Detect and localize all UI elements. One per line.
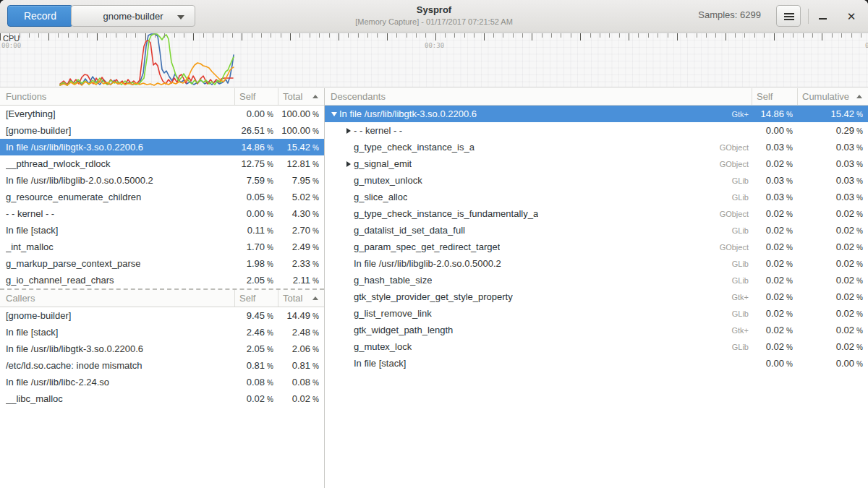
triangle-right-icon[interactable]	[345, 160, 354, 168]
function-name: gtk_widget_path_lengthGtk+	[325, 325, 752, 335]
record-button[interactable]: Record	[7, 5, 73, 27]
table-row[interactable]: _int_malloc1.70%2.49%	[0, 239, 324, 255]
self-value: 0.05%	[235, 192, 278, 202]
self-value: 2.05%	[235, 343, 278, 354]
library-badge: Gtk+	[731, 110, 752, 119]
self-value: 0.02%	[752, 325, 798, 335]
tree-row[interactable]: In file /usr/lib/libglib-2.0.so.0.5000.2…	[325, 255, 868, 272]
column-header-cumulative[interactable]: Cumulative	[798, 88, 868, 105]
library-badge: GObject	[720, 160, 752, 168]
column-header-descendants[interactable]: Descendants	[325, 88, 752, 105]
close-button[interactable]: ✕	[841, 7, 861, 26]
function-name: In file /usr/lib/libgtk-3.so.0.2200.6	[0, 142, 235, 153]
total-value: 0.02%	[278, 393, 324, 404]
column-header-self[interactable]: Self	[752, 88, 798, 105]
time-label-0: 00:00	[1, 42, 21, 49]
table-row[interactable]: g_markup_parse_context_parse1.98%2.33%	[0, 255, 324, 272]
function-name: [gnome-builder]	[0, 125, 235, 136]
column-header-total[interactable]: Total	[278, 290, 324, 307]
function-name: - - kernel - -	[0, 208, 235, 219]
function-name: __libc_malloc	[0, 393, 235, 404]
self-value: 0.00%	[752, 358, 798, 369]
table-row[interactable]: __pthread_rwlock_rdlock12.75%12.81%	[0, 155, 324, 172]
process-selector-dropdown[interactable]: gnome-builder	[71, 5, 195, 27]
table-row[interactable]: In file /usr/lib/libglib-2.0.so.0.5000.2…	[0, 172, 324, 189]
table-row[interactable]: In file /usr/lib/libgtk-3.so.0.2200.614.…	[0, 139, 324, 155]
tree-row[interactable]: - - kernel - -0.00%0.29%	[325, 122, 868, 139]
self-value: 0.02%	[752, 258, 798, 269]
triangle-down-icon[interactable]	[331, 110, 339, 119]
function-name: [Everything]	[0, 108, 235, 119]
library-badge: GLib	[732, 176, 752, 185]
column-header-self[interactable]: Self	[235, 88, 278, 105]
title-box: Sysprof [Memory Capture] - 01/17/2017 07…	[289, 4, 579, 27]
self-value: 0.08%	[235, 377, 278, 388]
table-row[interactable]: In file [stack]0.11%2.70%	[0, 222, 324, 239]
column-header-callers[interactable]: Callers	[0, 290, 235, 307]
self-value: 0.00%	[752, 125, 798, 136]
table-row[interactable]: g_io_channel_read_chars2.05%2.11%	[0, 272, 324, 288]
tree-row[interactable]: gtk_widget_path_lengthGtk+0.02%0.02%	[325, 322, 868, 338]
left-pane: Functions Self Total [Everything]0.00%10…	[0, 88, 324, 488]
expander-spacer	[345, 243, 354, 252]
tree-row[interactable]: g_type_check_instance_is_aGObject0.03%0.…	[325, 139, 868, 155]
cumulative-value: 15.42%	[798, 108, 868, 119]
tree-row[interactable]: g_param_spec_get_redirect_targetGObject0…	[325, 239, 868, 255]
table-row[interactable]: In file [stack]2.46%2.48%	[0, 324, 324, 341]
function-name: g_slice_allocGLib	[325, 192, 752, 202]
function-name: g_list_remove_linkGLib	[325, 308, 752, 319]
table-row[interactable]: g_resource_enumerate_children0.05%5.02%	[0, 189, 324, 205]
tree-row[interactable]: g_datalist_id_set_data_fullGLib0.02%0.02…	[325, 222, 868, 239]
library-badge: GLib	[732, 309, 752, 318]
column-header-functions[interactable]: Functions	[0, 88, 235, 105]
table-row[interactable]: /etc/ld.so.cache: inode mismatch0.81%0.8…	[0, 357, 324, 374]
function-name: [gnome-builder]	[0, 310, 235, 321]
tree-row[interactable]: gtk_style_provider_get_style_propertyGtk…	[325, 288, 868, 305]
total-value: 7.95%	[278, 175, 324, 186]
table-row[interactable]: [gnome-builder]9.45%14.49%	[0, 307, 324, 324]
library-badge: GLib	[732, 193, 752, 202]
cumulative-value: 0.02%	[798, 258, 868, 269]
column-header-self[interactable]: Self	[235, 290, 278, 307]
callers-table: [gnome-builder]9.45%14.49%In file [stack…	[0, 307, 324, 407]
hamburger-icon	[784, 13, 794, 20]
tree-row[interactable]: g_mutex_unlockGLib0.03%0.03%	[325, 172, 868, 189]
cumulative-value: 0.02%	[798, 275, 868, 286]
cpu-graph[interactable]: CPU 00:00 00:30 01:00	[0, 33, 868, 87]
self-value: 0.02%	[752, 158, 798, 169]
sort-ascending-icon	[312, 296, 318, 300]
functions-table-header: Functions Self Total	[0, 88, 324, 106]
table-row[interactable]: In file /usr/lib/libc-2.24.so0.08%0.08%	[0, 374, 324, 390]
table-row[interactable]: - - kernel - -0.00%4.30%	[0, 205, 324, 222]
menu-button[interactable]	[776, 5, 801, 27]
self-value: 0.02%	[752, 341, 798, 352]
function-name: g_mutex_lockGLib	[325, 341, 752, 352]
table-row[interactable]: In file /usr/lib/libgtk-3.so.0.2200.62.0…	[0, 341, 324, 357]
cumulative-value: 0.02%	[798, 291, 868, 302]
tree-row[interactable]: g_hash_table_sizeGLib0.02%0.02%	[325, 272, 868, 288]
tree-row[interactable]: In file [stack]0.00%0.00%	[325, 355, 868, 372]
self-value: 0.02%	[752, 275, 798, 286]
self-value: 14.86%	[235, 142, 278, 153]
triangle-right-icon[interactable]	[345, 127, 354, 135]
cumulative-value: 0.00%	[798, 358, 868, 369]
table-row[interactable]: __libc_malloc0.02%0.02%	[0, 390, 324, 407]
function-name: g_datalist_id_set_data_fullGLib	[325, 225, 752, 236]
tree-row[interactable]: g_list_remove_linkGLib0.02%0.02%	[325, 305, 868, 322]
table-row[interactable]: [gnome-builder]26.51%100.00%	[0, 122, 324, 139]
cumulative-value: 0.03%	[798, 175, 868, 186]
tree-row[interactable]: g_type_check_instance_is_fundamentally_a…	[325, 205, 868, 222]
library-badge: Gtk+	[731, 326, 752, 335]
minimize-button[interactable]	[812, 7, 833, 26]
tree-row[interactable]: In file /usr/lib/libgtk-3.so.0.2200.6Gtk…	[325, 106, 868, 122]
tree-row[interactable]: g_signal_emitGObject0.02%0.03%	[325, 155, 868, 172]
cumulative-value: 0.29%	[798, 125, 868, 136]
table-row[interactable]: [Everything]0.00%100.00%	[0, 106, 324, 122]
column-header-total[interactable]: Total	[278, 88, 324, 105]
tree-row[interactable]: g_slice_allocGLib0.03%0.03%	[325, 189, 868, 205]
close-icon: ✕	[847, 10, 856, 22]
function-name: g_signal_emitGObject	[325, 158, 752, 169]
cumulative-value: 0.02%	[798, 241, 868, 252]
self-value: 0.02%	[235, 393, 278, 404]
tree-row[interactable]: g_mutex_lockGLib0.02%0.02%	[325, 338, 868, 355]
